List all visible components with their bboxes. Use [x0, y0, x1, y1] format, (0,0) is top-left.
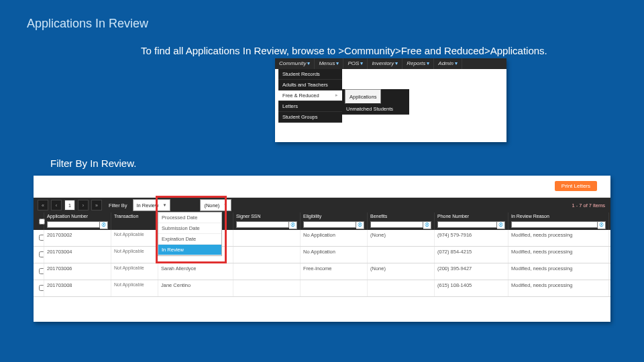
cell-benefits: (None)	[368, 230, 435, 246]
cell-benefits: (None)	[368, 263, 435, 280]
filter-icon[interactable]: ⦿	[598, 221, 606, 229]
cell-phone: (200) 395-9427	[435, 263, 508, 280]
cell-eligibility: No Application	[301, 247, 368, 263]
cell-reason: Modified, needs processing	[508, 230, 609, 246]
drop-item-free-reduced[interactable]: Free & Reduced▸	[278, 90, 342, 101]
community-dropdown: Student Records Adults and Teachers Free…	[278, 69, 342, 123]
cell-phone: (615) 108-1405	[435, 280, 508, 296]
chevron-right-icon: ▸	[335, 93, 338, 98]
item-count: 1 - 7 of 7 items	[572, 202, 605, 208]
page-first-button[interactable]: «	[38, 200, 48, 210]
filter-icon[interactable]: ⦿	[356, 221, 364, 229]
cell-signer-name: Sarah Allerdyce	[158, 263, 233, 280]
drop-item[interactable]: Student Records	[278, 69, 342, 80]
cell-transaction: Not Applicable	[111, 263, 158, 280]
filter-input[interactable]	[370, 221, 423, 228]
dd-option[interactable]: Processed Date	[158, 213, 221, 223]
filter-input[interactable]	[511, 221, 598, 228]
cell-reason: Modified, needs processing	[508, 280, 609, 296]
drop-item[interactable]: Student Groups	[278, 112, 342, 123]
cell-signer-name: Jane Centino	[158, 280, 233, 296]
nav-screenshot: Community▾ Menus▾ POS▾ Inventory▾ Report…	[275, 58, 506, 142]
print-letters-button[interactable]: Print Letters	[555, 181, 597, 191]
grid-rows: 201703002Not ApplicableNo Application(No…	[34, 230, 610, 297]
page-next-button[interactable]: ›	[78, 200, 89, 210]
grid-header: Application Number⦿ Transaction Signer N…	[34, 213, 610, 230]
cell-app-number: 201703004	[44, 247, 111, 263]
col-benefits: Benefits⦿	[368, 213, 435, 230]
filter-by-label: Filter By	[109, 202, 127, 208]
nav-item-community[interactable]: Community▾	[275, 58, 315, 69]
subheading: Filter By In Review.	[50, 158, 136, 169]
cell-reason: Modified, needs processing	[508, 247, 609, 263]
cell-signer-ssn	[233, 263, 301, 280]
col-checkbox	[34, 213, 44, 230]
dd-option[interactable]: Submission Date	[158, 223, 221, 234]
cell-eligibility: Free-Income	[301, 263, 368, 280]
filter-icon[interactable]: ⦿	[100, 221, 108, 229]
filter-icon[interactable]: ⦿	[497, 221, 505, 229]
row-checkbox[interactable]	[39, 235, 44, 241]
col-transaction: Transaction	[111, 213, 158, 230]
page-last-button[interactable]: »	[91, 200, 102, 210]
page-prev-button[interactable]: ‹	[51, 200, 62, 210]
instruction-text: To find all Applications In Review, brow…	[141, 45, 547, 56]
cell-eligibility	[301, 280, 368, 296]
row-checkbox[interactable]	[39, 285, 44, 291]
col-signer-ssn: Signer SSN⦿	[233, 213, 301, 230]
filter-input[interactable]	[303, 221, 356, 228]
cell-phone: (072) 854-4215	[435, 247, 508, 263]
free-reduced-flyout: Applications Unmatched Students	[342, 89, 409, 115]
filter-icon[interactable]: ⦿	[289, 221, 297, 229]
filter-input[interactable]	[236, 221, 289, 228]
dd-option[interactable]: Expiration Date	[158, 234, 221, 245]
nav-item-reports[interactable]: Reports▾	[402, 58, 434, 69]
page-title: Applications In Review	[27, 17, 148, 31]
cell-transaction: Not Applicable	[111, 247, 158, 263]
secondary-select[interactable]: (None)▼	[200, 199, 231, 211]
table-row: 201703006Not ApplicableSarah AllerdyceFr…	[34, 263, 610, 280]
table-row: 201703004Not ApplicableCarina CharlesNo …	[34, 247, 610, 263]
filter-input[interactable]	[47, 221, 100, 228]
fly-item-applications[interactable]: Applications	[345, 89, 381, 104]
filter-by-select[interactable]: In Review▼	[133, 199, 171, 211]
col-app-number: Application Number⦿	[44, 213, 111, 230]
table-row: 201703008Not ApplicableJane Centino(615)…	[34, 280, 610, 297]
cell-transaction: Not Applicable	[111, 280, 158, 296]
top-nav: Community▾ Menus▾ POS▾ Inventory▾ Report…	[275, 58, 506, 69]
chevron-down-icon: ▼	[162, 203, 166, 207]
cell-benefits	[368, 247, 435, 263]
table-row: 201703002Not ApplicableNo Application(No…	[34, 230, 610, 247]
row-checkbox[interactable]	[39, 268, 44, 274]
cell-app-number: 201703008	[44, 280, 111, 296]
filter-input[interactable]	[437, 221, 497, 228]
grid-screenshot: Print Letters « ‹ 1 › » Filter By In Rev…	[34, 176, 610, 322]
drop-item[interactable]: Letters	[278, 101, 342, 112]
filter-bar: « ‹ 1 › » Filter By In Review▼ (None)▼ 1…	[34, 198, 610, 213]
cell-app-number: 201703002	[44, 230, 111, 246]
cell-signer-ssn	[233, 280, 301, 296]
chevron-down-icon: ▼	[223, 203, 227, 207]
dd-option-in-review[interactable]: In Review	[158, 245, 221, 255]
cell-benefits	[368, 280, 435, 296]
drop-item[interactable]: Adults and Teachers	[278, 80, 342, 90]
col-phone: Phone Number⦿	[435, 213, 508, 230]
cell-signer-ssn	[233, 247, 301, 263]
row-checkbox[interactable]	[39, 251, 44, 257]
nav-item-pos[interactable]: POS▾	[343, 58, 368, 69]
col-reason: In Review Reason⦿	[508, 213, 609, 230]
col-eligibility: Eligibility⦿	[301, 213, 368, 230]
cell-eligibility: No Application	[301, 230, 368, 246]
filter-icon[interactable]: ⦿	[423, 221, 431, 229]
page-current[interactable]: 1	[64, 200, 75, 210]
fly-item-unmatched[interactable]: Unmatched Students	[342, 104, 409, 115]
cell-reason: Modified, needs processing	[508, 263, 609, 280]
grid-topbar: Print Letters	[34, 176, 610, 198]
cell-signer-ssn	[233, 230, 301, 246]
cell-phone: (974) 579-7916	[435, 230, 508, 246]
cell-app-number: 201703006	[44, 263, 111, 280]
nav-item-inventory[interactable]: Inventory▾	[368, 58, 402, 69]
nav-item-menus[interactable]: Menus▾	[315, 58, 343, 69]
nav-item-admin[interactable]: Admin▾	[434, 58, 462, 69]
filter-by-dropdown: Processed Date Submission Date Expiratio…	[158, 212, 222, 256]
